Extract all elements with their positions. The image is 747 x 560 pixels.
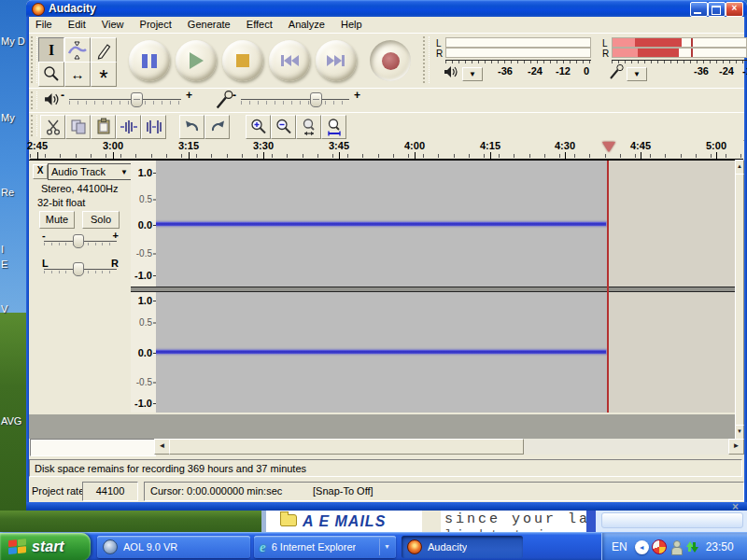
multi-tool-button[interactable]: * xyxy=(91,62,117,87)
taskbar-item-internet-explorer[interactable]: e 6 Internet Explorer ▼ xyxy=(254,536,396,558)
speaker-icon xyxy=(444,65,458,80)
scrollbar-spacer xyxy=(30,439,156,456)
recording-position-marker[interactable] xyxy=(602,142,615,152)
envelope-tool-button[interactable] xyxy=(64,37,91,63)
hide-icons-chevron[interactable]: ◄ xyxy=(635,540,649,554)
menu-project[interactable]: Project xyxy=(134,17,178,30)
language-indicator[interactable]: EN xyxy=(612,540,627,553)
cut-button[interactable] xyxy=(40,115,65,139)
scroll-down-button[interactable]: ▼ xyxy=(735,425,744,440)
pause-button[interactable] xyxy=(129,40,170,81)
vertical-scrollbar[interactable]: ▲ ▼ xyxy=(735,160,744,440)
output-meter-scale xyxy=(445,60,591,61)
desktop-icon-label[interactable]: V xyxy=(1,303,7,315)
gain-thumb[interactable] xyxy=(73,234,84,248)
window-title: Audacity xyxy=(49,2,96,15)
desktop-icon-label[interactable]: E xyxy=(1,259,7,270)
rewind-button[interactable] xyxy=(269,40,310,81)
desktop-icon-label[interactable]: I xyxy=(1,244,4,255)
tray-pinwheel-icon[interactable] xyxy=(652,539,667,554)
input-volume-slider[interactable]: - + xyxy=(241,91,349,109)
menu-analyze[interactable]: Analyze xyxy=(282,17,331,30)
minimize-button[interactable] xyxy=(690,2,708,17)
pan-thumb[interactable] xyxy=(73,262,84,276)
input-meter[interactable]: L R ▼ -36 -24 -12 xyxy=(600,35,747,86)
mute-button[interactable]: Mute xyxy=(39,211,75,229)
fit-selection-button[interactable] xyxy=(296,115,321,139)
desktop-icon-label[interactable]: My D xyxy=(1,35,25,47)
undo-button[interactable] xyxy=(179,115,204,139)
clock[interactable]: 23:50 xyxy=(706,540,734,553)
zoom-tool-button[interactable] xyxy=(38,62,64,87)
record-button[interactable] xyxy=(370,40,411,81)
maximize-icon xyxy=(712,6,721,15)
track-menu-dropdown[interactable]: Audio Track ▼ xyxy=(48,163,132,180)
waveform-channel-2 xyxy=(156,350,606,354)
start-button[interactable]: start xyxy=(0,533,91,560)
input-volume-thumb[interactable] xyxy=(310,92,322,107)
cursor-position-text: Cursor: 0:00.000000 min:sec xyxy=(150,483,282,499)
zoom-in-button[interactable] xyxy=(246,115,271,139)
redo-button[interactable] xyxy=(204,115,230,139)
silence-button[interactable] xyxy=(141,115,166,139)
doc-folder-label[interactable]: A E MAILS xyxy=(303,513,386,530)
mixer-grip[interactable] xyxy=(31,91,37,109)
close-button[interactable]: × xyxy=(726,2,743,17)
scissors-icon xyxy=(44,118,63,136)
pause-icon xyxy=(142,54,157,68)
track-close-button[interactable]: X xyxy=(33,164,48,179)
input-meter-dropdown[interactable]: ▼ xyxy=(627,67,647,81)
network-activity-icon[interactable] xyxy=(685,540,698,553)
menu-file[interactable]: File xyxy=(29,17,59,30)
output-volume-thumb[interactable] xyxy=(131,92,143,107)
track-pan-slider[interactable]: L R xyxy=(42,259,119,278)
desktop-icon-label[interactable]: Re xyxy=(1,187,14,198)
copy-button[interactable] xyxy=(65,115,91,139)
menu-help[interactable]: Help xyxy=(334,17,369,30)
track-gain-slider[interactable]: - + xyxy=(42,231,119,250)
output-volume-slider[interactable]: - + xyxy=(69,91,181,109)
maximize-button[interactable] xyxy=(708,2,726,17)
taskbar-item-aol[interactable]: AOL 9.0 VR xyxy=(97,536,250,558)
waveform-display[interactable] xyxy=(156,161,735,413)
fast-forward-button[interactable] xyxy=(316,40,357,81)
play-button[interactable] xyxy=(176,40,217,81)
menu-view[interactable]: View xyxy=(95,17,131,30)
scroll-right-button[interactable]: ► xyxy=(728,439,744,455)
menu-effect[interactable]: Effect xyxy=(240,17,279,30)
trim-button[interactable] xyxy=(116,115,141,139)
draw-tool-button[interactable] xyxy=(91,37,117,63)
desktop-icon-label[interactable]: AVG xyxy=(1,415,21,427)
mixer-toolbar: - + - + ▼ xyxy=(29,88,744,114)
messenger-icon[interactable] xyxy=(669,540,683,553)
scroll-left-button[interactable]: ◄ xyxy=(154,439,170,455)
meter-toolbar-grip[interactable] xyxy=(423,36,430,83)
timeshift-tool-button[interactable]: ↔ xyxy=(64,62,91,87)
group-dropdown-arrow[interactable]: ▼ xyxy=(379,539,394,555)
vertical-scroll-thumb[interactable] xyxy=(735,174,744,426)
stop-button[interactable] xyxy=(222,40,263,81)
menu-generate[interactable]: Generate xyxy=(181,17,237,30)
meter-rms-r xyxy=(613,49,638,57)
desktop-icon-label[interactable]: My xyxy=(1,112,15,123)
solo-button[interactable]: Solo xyxy=(82,211,120,229)
timeline-ruler[interactable]: 2:45 3:00 3:15 3:30 3:45 4:00 4:15 4:30 … xyxy=(30,139,743,160)
output-meter-dropdown[interactable]: ▼ xyxy=(462,67,483,81)
edit-toolbar xyxy=(29,112,744,141)
taskbar-item-audacity[interactable]: Audacity xyxy=(402,536,523,558)
paste-button[interactable] xyxy=(91,115,116,139)
selection-tool-button[interactable]: I xyxy=(38,37,64,63)
output-meter[interactable]: L R ▼ -36 -24 -12 0 xyxy=(434,35,595,86)
fit-project-button[interactable] xyxy=(321,115,346,139)
edit-toolbar-grip[interactable] xyxy=(31,115,37,136)
toolbar-grip[interactable] xyxy=(31,36,37,83)
horizontal-scrollbar[interactable]: ◄ ► xyxy=(154,439,744,455)
menu-edit[interactable]: Edit xyxy=(62,17,92,30)
scroll-up-button[interactable]: ▲ xyxy=(735,160,744,175)
project-rate-value[interactable]: 44100 xyxy=(82,482,138,501)
zoom-out-button[interactable] xyxy=(271,115,296,139)
timeline-label: 4:15 xyxy=(480,140,500,151)
title-bar[interactable]: Audacity × xyxy=(26,0,747,17)
input-scale--36: -36 xyxy=(694,65,709,77)
horizontal-scroll-thumb[interactable] xyxy=(169,439,524,455)
